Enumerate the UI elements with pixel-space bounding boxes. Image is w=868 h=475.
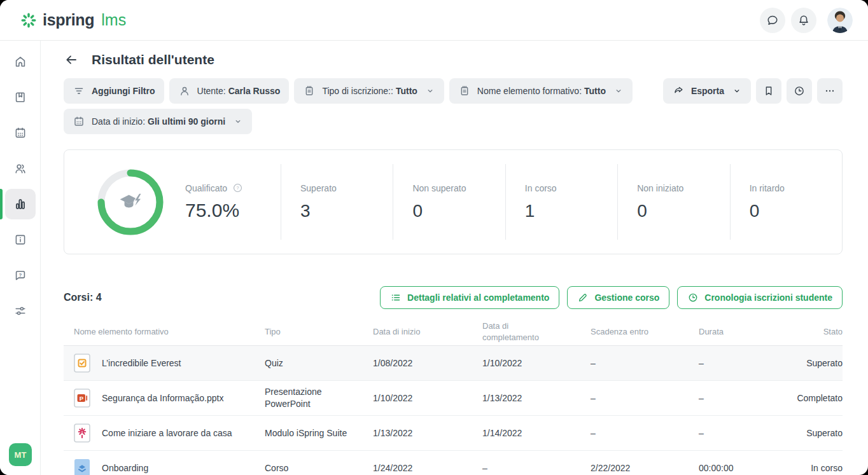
stat-in-ritardo: In ritardo 0 [730,164,842,240]
calendar-icon [13,126,27,140]
course-icon [74,458,90,475]
bell-icon [797,13,811,27]
powerpoint-icon: P [74,389,90,408]
table-row[interactable]: Come iniziare a lavorare da casa Modulo … [64,416,843,451]
chevron-down-icon [425,86,435,96]
history-button[interactable] [787,78,812,104]
more-button[interactable] [817,78,843,104]
filter-chip-start-date[interactable]: Data di inizio:Gli ultimi 90 giorni [64,109,252,134]
sidebar-item-info[interactable] [5,224,36,255]
main-content: Risultati dell'utente Aggiungi Filtro [41,41,868,475]
stat-non-superato: Non superato 0 [393,164,505,240]
export-button[interactable]: Esporta [663,78,751,104]
stat-non-iniziato: Non iniziato 0 [617,164,729,240]
clock-icon [793,85,806,97]
status-cell: Completato [788,392,843,404]
back-button[interactable] [64,52,79,67]
users-icon [13,162,27,176]
sidebar-item-calendar[interactable] [5,118,36,148]
filter-chip-enrollment-type[interactable]: Tipo di iscrizione::Tutto [294,78,444,104]
chevron-down-icon [732,86,742,96]
table-header: Nome elemento formativo Tipo Data di ini… [64,318,843,346]
completion-details-button[interactable]: Dettagli relativi al completamento [380,286,559,309]
add-filter-button[interactable]: Aggiungi Filtro [64,78,164,104]
filter-bar: Aggiungi Filtro Utente:Carla Russo [64,78,843,134]
product-text: lms [101,11,126,29]
calendar-icon [73,115,85,128]
clipboard-icon [458,85,471,97]
arrow-left-icon [64,52,79,67]
sidebar-item-home[interactable] [5,46,36,77]
qualified-donut-chart [95,167,166,238]
sidebar-item-courses[interactable] [5,82,36,113]
ispring-logo-icon [20,12,37,29]
qualified-label: Qualificato ? [185,182,243,193]
topbar: ispring lms [0,0,868,41]
summary-card: Qualificato ? 75.0% Superato [64,149,843,254]
sidebar-item-support[interactable]: ? [5,260,36,291]
ellipsis-icon [823,85,836,97]
sidebar-item-settings[interactable] [5,296,36,326]
info-box-icon [13,233,27,247]
sidebar: ? MT [0,41,41,475]
bookmark-icon [762,85,775,97]
sidebar-item-reports[interactable] [5,189,36,219]
bar-chart-icon [13,197,27,211]
table-row[interactable]: P Segurança da Informação.pptx Presentaz… [64,381,843,416]
qualified-value: 75.0% [185,200,243,221]
help-icon[interactable]: ? [232,182,243,193]
filter-chip-item-name[interactable]: Nome elemento formativo:Tutto [449,78,633,104]
chat-icon [766,13,780,27]
chevron-down-icon [613,86,624,96]
svg-text:?: ? [18,272,22,278]
workspace-avatar[interactable]: MT [9,443,32,466]
status-cell: In corso [788,462,843,474]
svg-text:P: P [80,395,84,402]
clipboard-icon [303,85,316,97]
stat-superato: Superato 3 [281,164,393,240]
page-title: Risultati dell'utente [92,52,214,67]
stat-in-corso: In corso 1 [505,164,617,240]
graduation-cap-icon [95,167,166,238]
table-row[interactable]: L’incredibile Everest Quiz 1/08/2022 1/1… [64,346,843,381]
notifications-button[interactable] [791,8,816,33]
user-avatar[interactable] [827,8,853,33]
book-icon [13,90,27,104]
status-cell: Superato [788,357,843,369]
pencil-icon [577,292,589,303]
topbar-actions [760,8,853,33]
quiz-icon [74,354,90,373]
filter-chip-user[interactable]: Utente:Carla Russo [169,78,290,104]
person-icon [178,85,191,97]
export-icon [672,85,685,97]
question-bubble-icon: ? [13,268,27,282]
courses-table: Nome elemento formativo Tipo Data di ini… [64,318,843,475]
ispring-suite-icon [74,423,90,443]
messages-button[interactable] [760,8,785,33]
list-icon [390,292,402,303]
brand-text: ispring [43,11,94,29]
status-cell: Superato [788,427,843,439]
saved-reports-button[interactable] [756,78,781,104]
clock-icon [687,292,699,303]
enrollment-history-button[interactable]: Cronologia iscrizioni studente [677,286,843,309]
svg-text:?: ? [237,186,239,191]
sliders-icon [13,304,27,318]
manage-course-button[interactable]: Gestione corso [567,286,669,309]
courses-count: Corsi: 4 [64,292,102,303]
chevron-down-icon [233,116,243,127]
logo: ispring lms [20,11,126,29]
table-row[interactable]: Onboarding Corso 1/24/2022 – 2/22/2022 0… [64,451,843,475]
sidebar-item-users[interactable] [5,153,36,184]
app-window: ispring lms [0,0,868,475]
filter-icon [73,85,85,97]
home-icon [13,55,27,69]
